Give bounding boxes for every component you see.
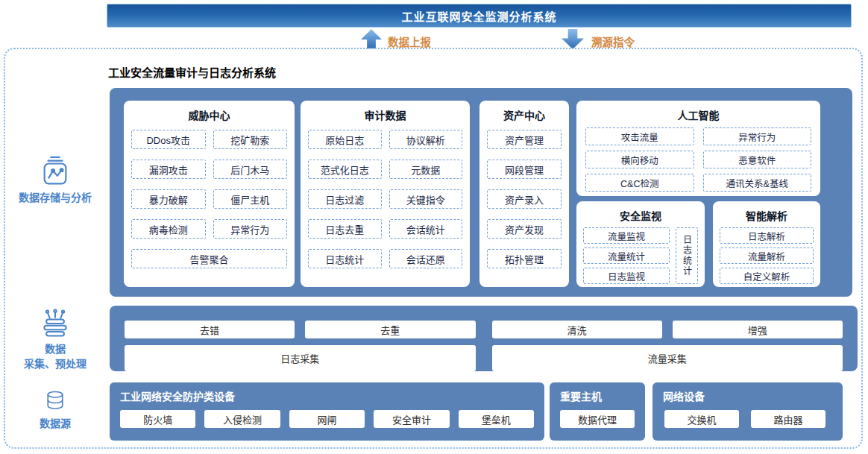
parse-chip: 日志解析 <box>720 227 814 244</box>
ai-chip: 异常行为 <box>703 127 812 145</box>
device-chip: 路由器 <box>751 410 825 428</box>
band-right-half: 清洗 增强 流量采集 <box>492 321 843 371</box>
device-chip: 入侵检测 <box>204 410 280 428</box>
band-left-half: 去错 去重 日志采集 <box>125 321 476 371</box>
device-chip: 防火墙 <box>120 410 195 428</box>
arrow-down-icon <box>562 29 584 49</box>
device-chip: 堡垒机 <box>459 410 534 428</box>
collector-preprocess-icon <box>6 308 104 341</box>
monitor-chip: 日志监视 <box>583 268 670 284</box>
audit-chip: 会话统计 <box>389 219 463 239</box>
ai-chip: C&C检测 <box>585 174 694 192</box>
band-row: 清洗 增强 <box>492 321 843 338</box>
storage-analysis-panel: 威胁中心 DDos攻击 挖矿勒索 漏洞攻击 后门木马 暴力破解 僵尸主机 病毒检… <box>110 88 852 297</box>
audit-chip: 关键指令 <box>389 189 463 209</box>
audit-chip: 日志统计 <box>308 249 382 268</box>
threat-chip: 漏洞攻击 <box>131 160 206 179</box>
top-banner-title: 工业互联网安全监测分析系统 <box>107 4 852 28</box>
audit-data-panel: 审计数据 原始日志 协议解析 范式化日志 元数据 日志过滤 关键指令 日志去重 … <box>301 101 470 287</box>
important-hosts-title: 重要主机 <box>550 382 645 403</box>
asset-center-panel: 资产中心 资产管理 网段管理 资产录入 资产发现 拓扑管理 <box>479 101 569 287</box>
asset-chip: 资产发现 <box>487 219 562 239</box>
threat-chip: 挖矿勒索 <box>213 130 288 149</box>
security-monitor-panel: 安全监视 流量监视 流量统计 日志监视 日志统计 <box>576 201 705 287</box>
asset-chip: 网段管理 <box>487 160 562 179</box>
ai-chip: 横向移动 <box>585 151 694 168</box>
monitor-column: 流量监视 流量统计 日志监视 <box>583 227 670 284</box>
parse-chip: 流量解析 <box>720 248 814 264</box>
arrow-up-icon <box>361 29 382 48</box>
device-chip: 安全审计 <box>374 410 449 428</box>
asset-chip: 资产管理 <box>487 130 562 149</box>
sidebar-label-collection-line1: 数据 <box>6 343 104 356</box>
sidebar-group-collection: 数据 采集、预处理 <box>6 308 104 371</box>
sidebar-label-source: 数据源 <box>6 417 104 430</box>
ai-chip: 攻击流量 <box>585 127 694 145</box>
smart-parse-body: 日志解析 流量解析 自定义解析 <box>713 223 820 284</box>
preprocess-chip: 日志采集 <box>125 345 476 371</box>
threat-chip: 后门木马 <box>213 160 288 179</box>
monitor-vertical-label: 日志统计 <box>681 235 694 277</box>
security-monitor-body: 流量监视 流量统计 日志监视 日志统计 <box>576 223 705 284</box>
preprocess-chip: 流量采集 <box>492 345 843 371</box>
network-devices-panel: 网络设备 交换机 路由器 <box>652 382 843 441</box>
threat-center-panel: 威胁中心 DDos攻击 挖矿勒索 漏洞攻击 后门木马 暴力破解 僵尸主机 病毒检… <box>124 101 295 287</box>
network-devices-title: 网络设备 <box>652 382 843 403</box>
device-chip: 网闸 <box>289 410 365 428</box>
system-title: 工业安全流量审计与日志分析系统 <box>108 64 276 80</box>
flow-up-label: 数据上报 <box>388 34 431 49</box>
sidebar-label-storage: 数据存储与分析 <box>6 192 104 204</box>
collect-preprocess-panel: 去错 去重 日志采集 清洗 增强 流量采集 <box>110 306 858 371</box>
preprocess-chip: 去错 <box>125 321 295 338</box>
preprocess-chip: 增强 <box>673 321 843 338</box>
ai-title: 人工智能 <box>576 101 820 122</box>
audit-chip: 原始日志 <box>308 130 382 149</box>
important-hosts-items: 数据代理 <box>550 403 645 428</box>
asset-chip: 拓扑管理 <box>487 249 562 268</box>
audit-chip: 元数据 <box>389 160 463 179</box>
threat-chip: 僵尸主机 <box>213 189 288 209</box>
threat-chip: 告警聚合 <box>131 249 287 268</box>
flow-down-label: 溯源指令 <box>591 34 635 49</box>
threat-grid: DDos攻击 挖矿勒索 漏洞攻击 后门木马 暴力破解 僵尸主机 病毒检测 异常行… <box>124 122 295 268</box>
protection-devices-panel: 工业网络安全防护类设备 防火墙 入侵检测 网闸 安全审计 堡垒机 <box>110 382 544 441</box>
asset-chip: 资产录入 <box>487 189 562 209</box>
audit-grid: 原始日志 协议解析 范式化日志 元数据 日志过滤 关键指令 日志去重 会话统计 … <box>301 122 470 268</box>
sidebar-group-source: 数据源 <box>6 388 104 430</box>
monitor-vertical-chip: 日志统计 <box>676 227 698 284</box>
ai-grid: 攻击流量 异常行为 横向移动 恶意软件 C&C检测 通讯关系&基线 <box>576 122 820 192</box>
audit-chip: 范式化日志 <box>308 160 382 179</box>
audit-data-title: 审计数据 <box>301 101 470 122</box>
audit-chip: 日志过滤 <box>308 189 382 209</box>
sidebar-label-collection-line2: 采集、预处理 <box>6 358 104 371</box>
preprocess-chip: 去重 <box>305 321 475 338</box>
ai-chip: 恶意软件 <box>703 151 812 168</box>
ai-panel: 人工智能 攻击流量 异常行为 横向移动 恶意软件 C&C检测 通讯关系&基线 <box>576 101 820 196</box>
threat-chip: 病毒检测 <box>131 219 206 239</box>
asset-center-title: 资产中心 <box>479 101 569 122</box>
protection-devices-items: 防火墙 入侵检测 网闸 安全审计 堡垒机 <box>110 403 544 428</box>
network-devices-items: 交换机 路由器 <box>652 403 843 428</box>
smart-parse-panel: 智能解析 日志解析 流量解析 自定义解析 <box>713 201 820 287</box>
asset-grid: 资产管理 网段管理 资产录入 资产发现 拓扑管理 <box>479 122 569 268</box>
ai-chip: 通讯关系&基线 <box>703 174 812 192</box>
important-hosts-panel: 重要主机 数据代理 <box>550 382 645 441</box>
threat-chip: 暴力破解 <box>131 189 206 209</box>
device-chip: 数据代理 <box>560 410 635 428</box>
band-row: 去错 去重 <box>125 321 476 338</box>
preprocess-chip: 清洗 <box>492 321 662 338</box>
threat-center-title: 威胁中心 <box>124 101 295 122</box>
audit-chip: 会话还原 <box>389 249 463 268</box>
protection-devices-title: 工业网络安全防护类设备 <box>110 382 544 403</box>
database-icon <box>6 388 104 415</box>
parse-chip: 自定义解析 <box>720 268 814 284</box>
threat-chip: DDos攻击 <box>131 130 206 149</box>
threat-chip: 异常行为 <box>213 219 288 239</box>
security-monitor-title: 安全监视 <box>576 201 705 223</box>
device-chip: 交换机 <box>664 410 739 428</box>
monitor-chip: 流量统计 <box>583 248 670 264</box>
sidebar-group-storage: 数据存储与分析 <box>6 155 104 204</box>
audit-chip: 日志去重 <box>308 219 382 239</box>
smart-parse-title: 智能解析 <box>713 201 820 223</box>
jar-linechart-icon <box>6 155 104 189</box>
